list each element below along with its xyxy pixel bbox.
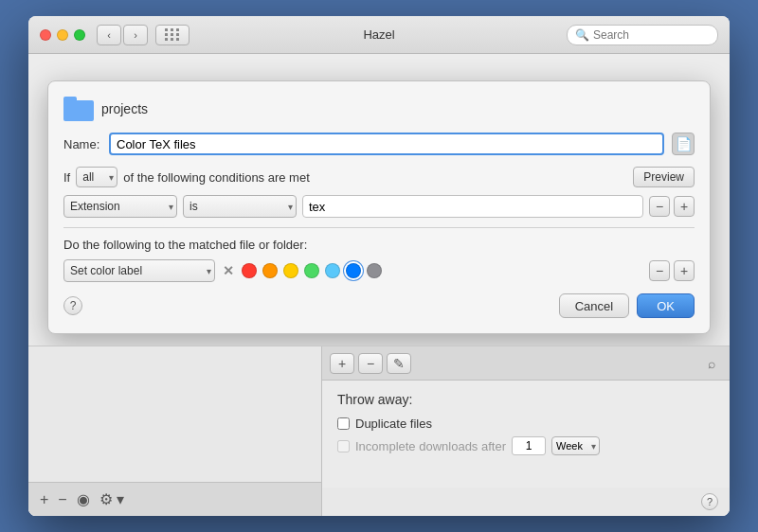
action-plus-minus: − + bbox=[649, 260, 695, 281]
action-row: Set color label ✕ − bbox=[63, 259, 695, 282]
color-orange[interactable] bbox=[262, 263, 278, 278]
detail-bottom-bar: ? bbox=[322, 488, 730, 516]
minimize-button[interactable] bbox=[57, 29, 68, 41]
conjunction-select[interactable]: all any bbox=[76, 167, 117, 187]
nav-buttons: ‹ › bbox=[97, 25, 148, 45]
help-icon: ? bbox=[707, 496, 713, 507]
back-icon: ‹ bbox=[107, 29, 111, 41]
actions-header: Do the following to the matched file or … bbox=[63, 238, 695, 252]
color-red[interactable] bbox=[242, 263, 257, 278]
condition-row: Extension is − + bbox=[63, 195, 695, 218]
cancel-button[interactable]: Cancel bbox=[559, 293, 629, 318]
minus-icon: − bbox=[367, 356, 374, 371]
incomplete-downloads-checkbox[interactable] bbox=[337, 440, 350, 452]
main-window: ‹ › Hazel 🔍 projects bbox=[28, 16, 730, 516]
name-label: Name: bbox=[63, 137, 101, 151]
duplicate-files-row: Duplicate files bbox=[337, 417, 714, 431]
rule-detail-content: Throw away: Duplicate files Incomplete d… bbox=[322, 381, 730, 488]
color-clear-button[interactable]: ✕ bbox=[223, 263, 234, 278]
action-plus-button[interactable]: + bbox=[674, 260, 695, 281]
conjunction-select-wrapper: all any bbox=[76, 167, 117, 187]
close-button[interactable] bbox=[40, 29, 51, 41]
eye-button[interactable]: ◉ bbox=[77, 490, 90, 508]
conditions-header: If all any of the following conditions a… bbox=[63, 167, 695, 187]
toolbar-plus-button[interactable]: + bbox=[330, 353, 354, 374]
attribute-select-wrapper: Extension bbox=[63, 195, 177, 218]
traffic-lights bbox=[40, 29, 85, 41]
action-select[interactable]: Set color label bbox=[63, 259, 215, 282]
rule-detail-toolbar: + − ✎ ⌕ bbox=[322, 346, 730, 381]
toolbar-minus-button[interactable]: − bbox=[358, 353, 383, 374]
duplicate-files-checkbox[interactable] bbox=[337, 417, 350, 430]
preview-button[interactable]: Preview bbox=[633, 167, 695, 187]
duplicate-files-label: Duplicate files bbox=[355, 417, 432, 431]
color-yellow[interactable] bbox=[283, 263, 298, 278]
maximize-button[interactable] bbox=[74, 29, 85, 41]
divider bbox=[63, 227, 695, 228]
action-select-wrapper: Set color label bbox=[63, 259, 215, 282]
forward-button[interactable]: › bbox=[123, 25, 148, 45]
search-icon: ⌕ bbox=[708, 356, 715, 371]
toolbar-edit-button[interactable]: ✎ bbox=[387, 353, 411, 374]
color-blue[interactable] bbox=[346, 263, 361, 278]
add-rule-button[interactable]: + bbox=[40, 491, 48, 508]
color-green[interactable] bbox=[304, 263, 319, 278]
pencil-icon: ✎ bbox=[393, 356, 405, 371]
search-icon: 🔍 bbox=[575, 28, 589, 42]
action-minus-button[interactable]: − bbox=[649, 260, 670, 281]
condition-value-input[interactable] bbox=[302, 195, 643, 218]
rule-dialog: projects Name: 📄 If all any of bbox=[47, 80, 711, 334]
rules-list-toolbar: + − ◉ ⚙ ▾ bbox=[28, 482, 321, 516]
dialog-area: projects Name: 📄 If all any of bbox=[28, 54, 730, 516]
minus-icon: − bbox=[656, 264, 663, 277]
rule-detail-panel: + − ✎ ⌕ Throw away: Dup bbox=[322, 346, 730, 516]
plus-icon: + bbox=[680, 264, 688, 277]
grid-icon bbox=[165, 28, 180, 41]
rule-name-input[interactable] bbox=[109, 133, 664, 155]
back-button[interactable]: ‹ bbox=[97, 25, 121, 45]
dialog-action-buttons: Cancel OK bbox=[559, 293, 695, 318]
throw-away-header: Throw away: bbox=[337, 392, 714, 407]
color-picker bbox=[242, 263, 382, 278]
condition-plus-minus: − + bbox=[649, 196, 695, 217]
search-input[interactable] bbox=[593, 28, 710, 42]
attribute-select[interactable]: Extension bbox=[63, 195, 177, 218]
detail-help-button[interactable]: ? bbox=[701, 493, 718, 510]
folder-name: projects bbox=[101, 101, 148, 116]
help-icon: ? bbox=[70, 299, 77, 312]
incomplete-downloads-label: Incomplete downloads after bbox=[355, 439, 506, 453]
period-select-wrapper: Week Day Month bbox=[551, 436, 600, 455]
operator-select[interactable]: is bbox=[183, 195, 297, 218]
search-box[interactable]: 🔍 bbox=[567, 25, 718, 45]
incomplete-days-input[interactable] bbox=[512, 436, 546, 455]
remove-rule-button[interactable]: − bbox=[58, 491, 66, 508]
background-panel: + − ◉ ⚙ ▾ + − ✎ bbox=[28, 346, 730, 516]
window-title: Hazel bbox=[363, 27, 394, 42]
conditions-if-text: If bbox=[63, 170, 70, 185]
forward-icon: › bbox=[134, 29, 137, 41]
color-blue-light[interactable] bbox=[325, 263, 340, 278]
help-button[interactable]: ? bbox=[63, 296, 82, 315]
folder-icon bbox=[63, 97, 94, 121]
grid-button[interactable] bbox=[155, 25, 190, 45]
gear-button[interactable]: ⚙ ▾ bbox=[99, 490, 124, 508]
minus-icon: − bbox=[656, 200, 663, 213]
condition-plus-button[interactable]: + bbox=[674, 196, 695, 217]
dialog-bottom-row: ? Cancel OK bbox=[63, 293, 695, 318]
period-select[interactable]: Week Day Month bbox=[551, 436, 600, 455]
conditions-suffix-text: of the following conditions are met bbox=[123, 170, 310, 185]
document-icon: 📄 bbox=[676, 136, 692, 151]
condition-minus-button[interactable]: − bbox=[649, 196, 670, 217]
name-icon-button[interactable]: 📄 bbox=[672, 133, 695, 155]
plus-icon: + bbox=[680, 200, 688, 213]
toolbar-search-button[interactable]: ⌕ bbox=[701, 353, 722, 374]
folder-header: projects bbox=[63, 97, 695, 121]
rules-list-panel: + − ◉ ⚙ ▾ bbox=[28, 346, 322, 516]
color-gray[interactable] bbox=[367, 263, 382, 278]
plus-icon: + bbox=[338, 356, 346, 371]
operator-select-wrapper: is bbox=[183, 195, 297, 218]
incomplete-downloads-row: Incomplete downloads after Week Day Mont… bbox=[337, 436, 714, 455]
ok-button[interactable]: OK bbox=[637, 293, 695, 318]
name-row: Name: 📄 bbox=[63, 133, 695, 155]
titlebar: ‹ › Hazel 🔍 bbox=[28, 16, 730, 54]
